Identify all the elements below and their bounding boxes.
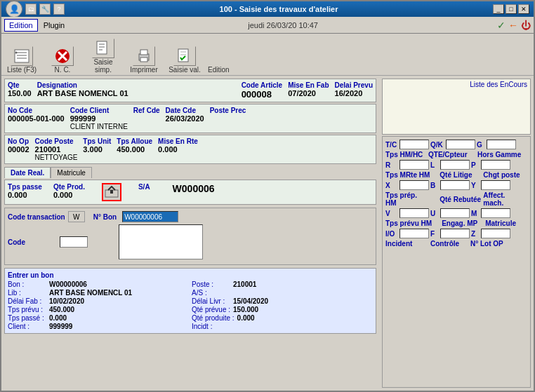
designation-value: ART BASE NOMENCL 01: [37, 89, 236, 97]
client-info-row1: No Cde 000005-001-000 Code Client 999999…: [8, 107, 373, 130]
u-input[interactable]: [440, 208, 470, 218]
upload-button[interactable]: [102, 183, 121, 201]
v-label: V: [385, 210, 398, 217]
b-input[interactable]: [440, 180, 470, 190]
row-tps-prevu-hm: Tps prévu HM Engag. MP Matricule: [385, 219, 527, 227]
saisie-simp-icon: [92, 39, 114, 58]
y-input[interactable]: [481, 180, 510, 190]
m-input[interactable]: [481, 208, 510, 218]
tab-content-row: Tps passe 0.000 Qte Prod. 0.000 S/A: [8, 183, 373, 201]
designation-col: Designation ART BASE NOMENCL 01: [37, 81, 236, 97]
row-tps-hmhc: Tps HM/HC QTE/Cpteur Hors Gamme: [385, 151, 527, 158]
r-input[interactable]: [399, 160, 429, 170]
close-btn[interactable]: ✕: [518, 4, 529, 14]
svg-rect-19: [110, 190, 113, 194]
tc-input[interactable]: [399, 140, 429, 149]
tab-matricule[interactable]: Matricule: [51, 167, 92, 178]
tb-icon3[interactable]: ?: [53, 4, 65, 15]
qk-input[interactable]: [446, 140, 475, 149]
toolbar-saisie-val-btn[interactable]: Saisie val.: [167, 46, 202, 74]
toolbar-nc-btn[interactable]: N. C.: [45, 46, 80, 74]
code-transaction-input[interactable]: [68, 211, 85, 222]
toolbar-imprimer-btn[interactable]: Imprimer: [126, 46, 161, 74]
bon-row-as: A/S :: [192, 289, 373, 297]
client-bon-value: 999999: [49, 323, 72, 330]
bon-id-display: W000006: [173, 183, 215, 194]
tc-label: T/C: [385, 141, 398, 149]
saisie-val-label: Saisie val.: [169, 66, 201, 74]
delai-liv-value: 15/04/2020: [233, 297, 268, 305]
poste-prec-col: Poste Prec: [210, 107, 246, 114]
back-icon[interactable]: ←: [508, 20, 518, 31]
no-op-value: 00002: [8, 145, 29, 154]
delai-prevu-label: Delai Prevu: [335, 81, 373, 89]
tps-prep-label: Tps prép. HM: [385, 191, 430, 207]
bon-row-poste: Poste : 210001: [192, 281, 373, 288]
y-label: Y: [471, 182, 480, 189]
mise-en-fab-value: 07/2020: [288, 89, 329, 97]
io-input[interactable]: [399, 229, 429, 238]
toolbar-saisie-simp-btn[interactable]: Saisie simp.: [86, 39, 121, 74]
tab-date-real[interactable]: Date Real.: [4, 167, 51, 178]
check-icon[interactable]: ✓: [497, 20, 506, 31]
v-input[interactable]: [399, 208, 429, 218]
delai-liv-label: Délai Livr :: [192, 297, 230, 305]
svg-rect-0: [15, 50, 29, 62]
engag-mp-label: Engag. MP: [442, 219, 484, 227]
power-icon[interactable]: ⏻: [521, 20, 531, 31]
toolbar-liste-btn[interactable]: Liste (F3): [4, 46, 39, 74]
row-tps-mrte: Tps MRte HM Qté Litige Chgt poste: [385, 171, 527, 179]
minimize-btn[interactable]: _: [493, 4, 504, 14]
liste-label: Liste (F3): [7, 66, 37, 74]
tb-icon1[interactable]: 🗂: [25, 4, 37, 15]
l-input[interactable]: [440, 160, 470, 170]
action-icons: ✓ ← ⏻: [497, 20, 531, 31]
p-input[interactable]: [481, 160, 510, 170]
nc-icon: [51, 46, 74, 66]
z-input[interactable]: [481, 229, 510, 238]
client-bon-label: Client :: [8, 323, 46, 330]
code-client-name: CLIENT INTERNE: [70, 123, 128, 130]
main-content: Qte 150.00 Designation ART BASE NOMENCL …: [1, 76, 534, 391]
imprimer-label: Imprimer: [130, 66, 157, 74]
g-input[interactable]: [487, 140, 516, 149]
f-input[interactable]: [440, 229, 470, 238]
ref-cde-col: Ref Cde: [133, 107, 160, 114]
qte-produite-label: Qté produite :: [192, 314, 235, 322]
tps-hmhc-label: Tps HM/HC: [385, 151, 424, 158]
code-input[interactable]: [60, 236, 88, 248]
menu-plugin[interactable]: Plugin: [39, 20, 70, 31]
tps-passe-label: Tps passe: [8, 183, 42, 191]
mise-en-rte-label: Mise En Rte: [158, 137, 198, 145]
order-info-box: Qte 150.00 Designation ART BASE NOMENCL …: [4, 79, 376, 102]
tps-unit-col: Tps Unit 3.000: [83, 137, 111, 154]
transaction-row1: Code transaction N° Bon: [8, 211, 373, 222]
mise-en-fab-col: Mise En Fab 07/2020: [288, 81, 329, 97]
tb-icon2[interactable]: 🔧: [39, 4, 51, 15]
no-op-col: No Op 00002: [8, 137, 29, 154]
transaction-textarea[interactable]: [119, 224, 203, 259]
no-op-label: No Op: [8, 137, 29, 145]
saisie-val-icon: [173, 46, 196, 66]
x-input[interactable]: [399, 180, 429, 190]
menu-edition[interactable]: Edition: [4, 19, 38, 32]
row-r-l-p: R L P: [385, 160, 527, 170]
maximize-btn[interactable]: □: [506, 4, 517, 14]
bon-row-delai-liv: Délai Livr : 15/04/2020: [192, 297, 373, 305]
qte-produite-value: 0.000: [237, 314, 255, 322]
controle-label: Contrôle: [430, 240, 469, 248]
delai-prevu-value: 16/2020: [335, 89, 373, 97]
menu-bar: Edition Plugin jeudi 26/03/20 10:47 ✓ ← …: [1, 17, 534, 34]
bon-row-incidt: Incidt :: [192, 323, 373, 330]
hors-gamme-label: Hors Gamme: [477, 151, 521, 158]
tps-passe-bon-label: Tps passé :: [8, 314, 46, 322]
code-label: Code: [8, 238, 57, 246]
n-bon-label: N° Bon: [93, 213, 117, 221]
svg-rect-15: [178, 49, 188, 62]
row-x-b-y: X B Y: [385, 180, 527, 190]
n-bon-input[interactable]: [122, 211, 178, 222]
datetime: jeudi 26/03/20 10:47: [70, 21, 496, 29]
title-controls: _ □ ✕: [493, 4, 529, 14]
qte-prevue-value: 150.000: [233, 306, 258, 313]
order-info-row: Qte 150.00 Designation ART BASE NOMENCL …: [8, 81, 373, 100]
